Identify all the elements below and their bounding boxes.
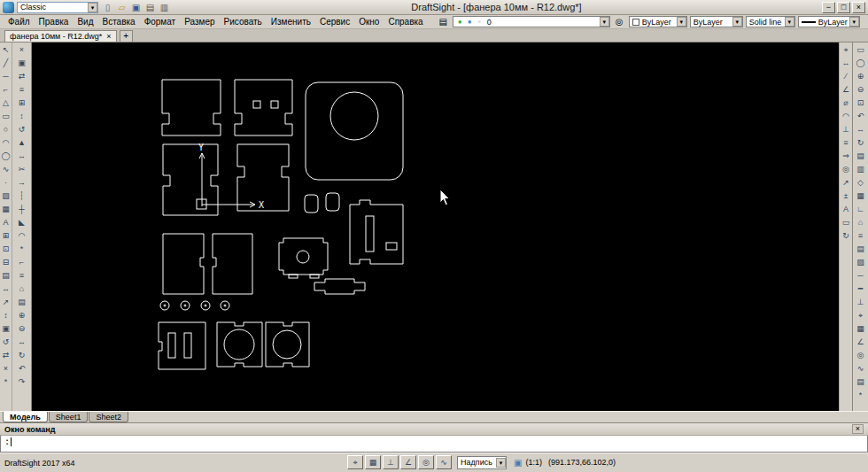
- lineweight-select[interactable]: ByLayer ▾: [798, 16, 860, 27]
- workspace-select[interactable]: Classic ▾: [17, 2, 98, 13]
- update-dimension-icon[interactable]: ↻: [840, 229, 852, 243]
- offset-tool-icon[interactable]: ≡: [12, 83, 31, 97]
- baseline-dimension-icon[interactable]: ≡: [840, 136, 852, 150]
- layer-preview-icon[interactable]: ◎: [613, 16, 626, 28]
- redo-tool-icon[interactable]: ↷: [12, 375, 31, 389]
- circle-tool-icon[interactable]: ○: [0, 123, 12, 136]
- text-tool-icon[interactable]: A: [0, 216, 12, 229]
- break-tool-icon[interactable]: ┆: [12, 190, 31, 203]
- view-iso-icon[interactable]: ◇: [853, 176, 868, 190]
- menu-modify[interactable]: Изменить: [267, 16, 315, 27]
- trim-tool-icon[interactable]: ✂: [12, 163, 31, 176]
- spline-tool-icon[interactable]: ∿: [0, 163, 12, 176]
- image-tool-icon[interactable]: ▤: [0, 269, 12, 282]
- linestyle-panel-icon[interactable]: ─: [853, 269, 868, 282]
- arc-tool-icon[interactable]: ◠: [0, 136, 12, 150]
- menu-format[interactable]: Формат: [140, 16, 181, 27]
- snap-icon[interactable]: ⌖: [853, 309, 868, 322]
- dimension-style-icon[interactable]: ▭: [840, 216, 852, 229]
- continue-dimension-icon[interactable]: ⇒: [840, 150, 852, 163]
- pan-tool-icon[interactable]: ↔: [12, 336, 31, 349]
- polygon-tool-icon[interactable]: △: [0, 97, 12, 110]
- zoom-previous-icon[interactable]: ↶: [853, 110, 868, 123]
- copy-entity-tool-icon[interactable]: ▣: [12, 57, 31, 70]
- layer-select[interactable]: ●●▫ 0 ▾: [453, 16, 610, 27]
- tab-close-icon[interactable]: ×: [106, 33, 111, 41]
- maximize-button[interactable]: □: [837, 2, 850, 13]
- aligned-dimension-icon[interactable]: ∕: [840, 70, 852, 83]
- chevron-down-icon[interactable]: ▾: [849, 17, 859, 27]
- polar-toggle-icon[interactable]: ∠: [400, 455, 416, 469]
- leader-icon[interactable]: ↗: [840, 176, 852, 190]
- view-top-icon[interactable]: ▤: [853, 150, 868, 163]
- tolerance-icon[interactable]: ±: [840, 190, 852, 203]
- properties-tool-icon[interactable]: ≡: [12, 269, 31, 282]
- mirror-tool-icon[interactable]: ⇄: [12, 70, 31, 83]
- infinite-line-tool-icon[interactable]: ─: [0, 70, 12, 83]
- edit-polyline-tool-icon[interactable]: ⌐: [12, 256, 31, 269]
- view-front-icon[interactable]: ▥: [853, 163, 868, 176]
- menu-edit[interactable]: Правка: [35, 16, 74, 27]
- command-input[interactable]: :: [0, 436, 868, 453]
- etrack-icon[interactable]: ∿: [853, 362, 868, 375]
- angular-dimension-icon[interactable]: ∠: [840, 83, 852, 97]
- save-file-icon[interactable]: ▣: [129, 1, 143, 13]
- menu-dimension[interactable]: Размер: [180, 16, 219, 27]
- grid-icon[interactable]: ▦: [853, 322, 868, 336]
- menu-window[interactable]: Окно: [354, 16, 384, 27]
- zoom-fit-icon[interactable]: ⊡: [853, 97, 868, 110]
- ortho-icon[interactable]: ⊥: [853, 296, 868, 309]
- linear-dimension-icon[interactable]: ↔: [840, 57, 852, 70]
- stretch-tool-icon[interactable]: ↔: [12, 150, 31, 163]
- refresh-tool-icon[interactable]: ↻: [12, 349, 31, 362]
- esnap-toggle-icon[interactable]: ◎: [418, 455, 434, 469]
- esnap-icon[interactable]: ◎: [853, 349, 868, 362]
- menu-view[interactable]: Вид: [73, 16, 97, 27]
- new-tab-button[interactable]: +: [120, 30, 133, 42]
- linestyle-preview-select[interactable]: Solid line ▾: [746, 16, 795, 27]
- pan-icon[interactable]: ↔: [853, 123, 868, 136]
- options-icon[interactable]: *: [853, 389, 868, 402]
- rectangle-tool-icon[interactable]: ▭: [0, 110, 12, 123]
- named-views-icon[interactable]: ▦: [853, 190, 868, 203]
- annotation-scale-select[interactable]: Надпись ▾: [457, 456, 507, 469]
- menu-draw[interactable]: Рисовать: [220, 16, 267, 27]
- open-file-icon[interactable]: ▱: [115, 1, 128, 13]
- ucs-icon[interactable]: ∟: [853, 203, 868, 216]
- sheet-tab-model[interactable]: Модель: [3, 412, 48, 422]
- leader-tool-icon[interactable]: ↗: [0, 296, 12, 309]
- table-tool-icon[interactable]: ⊞: [0, 229, 12, 243]
- polyline-tool-icon[interactable]: ⌐: [0, 83, 12, 97]
- linestyle-select[interactable]: ByLayer ▾: [690, 16, 743, 27]
- print-icon[interactable]: ▤: [143, 1, 157, 13]
- zoom-out-tool-icon[interactable]: ⊖: [12, 322, 31, 336]
- minimize-button[interactable]: −: [822, 2, 835, 13]
- layers-tool-icon[interactable]: ▤: [12, 296, 31, 309]
- print-panel-icon[interactable]: ▤: [853, 375, 868, 389]
- ucs-world-icon[interactable]: ⌂: [853, 216, 868, 229]
- menu-help[interactable]: Справка: [384, 16, 427, 27]
- ellipse-tool-icon[interactable]: ◯: [0, 150, 12, 163]
- menu-insert[interactable]: Вставка: [97, 16, 139, 27]
- region-tool-icon[interactable]: ▦: [0, 203, 12, 216]
- command-window-close-icon[interactable]: ×: [852, 424, 864, 434]
- color-panel-icon[interactable]: ▨: [853, 256, 868, 269]
- zoom-out-icon[interactable]: ⊖: [853, 83, 868, 97]
- chevron-down-icon[interactable]: ▾: [732, 17, 742, 27]
- fillet-tool-icon[interactable]: ◠: [12, 229, 31, 243]
- lineweight-panel-icon[interactable]: ━: [853, 282, 868, 296]
- chevron-down-icon[interactable]: ▾: [677, 17, 686, 27]
- sheet-tab-sheet1[interactable]: Sheet1: [49, 412, 89, 422]
- explode-tool-icon[interactable]: *: [0, 375, 12, 389]
- ordinate-dimension-icon[interactable]: ⊥: [840, 123, 852, 136]
- properties-panel-icon[interactable]: ▤: [853, 243, 868, 256]
- edit-dimension-icon[interactable]: A: [840, 203, 852, 216]
- chamfer-tool-icon[interactable]: ◣: [12, 216, 31, 229]
- radius-dimension-icon[interactable]: ◠: [840, 110, 852, 123]
- chevron-down-icon[interactable]: ▾: [88, 3, 97, 12]
- chevron-down-icon[interactable]: ▾: [600, 17, 609, 27]
- zoom-dynamic-icon[interactable]: ◯: [853, 57, 868, 70]
- etrack-toggle-icon[interactable]: ∿: [436, 455, 452, 469]
- move-tool-icon[interactable]: ↕: [0, 309, 12, 322]
- rotate-tool-icon[interactable]: ↺: [0, 336, 12, 349]
